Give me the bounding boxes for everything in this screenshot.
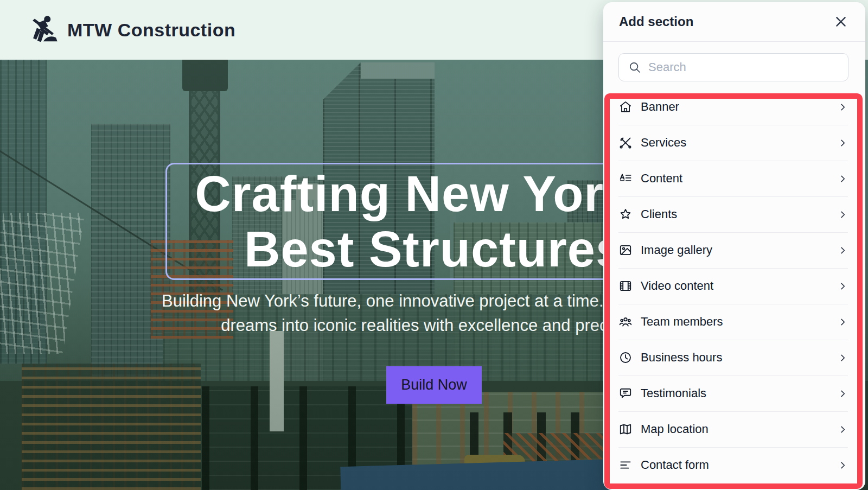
section-item-contact-form[interactable]: Contact form bbox=[603, 447, 865, 483]
section-item-image-gallery[interactable]: Image gallery bbox=[603, 232, 865, 268]
section-list: Banner Services Content Clients Image ga… bbox=[603, 89, 865, 483]
home-icon bbox=[618, 100, 633, 114]
chevron-right-icon bbox=[838, 281, 848, 291]
section-item-business-hours[interactable]: Business hours bbox=[603, 340, 865, 376]
tools-icon bbox=[618, 136, 633, 150]
section-item-clients[interactable]: Clients bbox=[603, 196, 865, 232]
section-item-label: Video content bbox=[641, 279, 838, 293]
section-item-video-content[interactable]: Video content bbox=[603, 268, 865, 304]
section-item-banner[interactable]: Banner bbox=[603, 89, 865, 125]
testimonial-bubble-icon bbox=[618, 386, 633, 400]
search-input[interactable] bbox=[648, 60, 840, 74]
add-section-panel: Add section Banner Services Content Clie… bbox=[603, 2, 865, 490]
section-item-services[interactable]: Services bbox=[603, 125, 865, 161]
image-icon bbox=[618, 243, 633, 257]
chevron-right-icon bbox=[838, 389, 848, 399]
section-item-label: Banner bbox=[641, 100, 838, 114]
section-item-label: Testimonials bbox=[641, 386, 838, 400]
chevron-right-icon bbox=[838, 353, 848, 363]
panel-title: Add section bbox=[619, 14, 693, 29]
letter-text-icon bbox=[618, 171, 633, 186]
chevron-right-icon bbox=[838, 317, 848, 327]
search-icon bbox=[628, 61, 641, 74]
page: MTW Construction Crafting New York’s Bes… bbox=[0, 0, 868, 490]
chevron-right-icon bbox=[838, 102, 848, 112]
close-icon bbox=[834, 22, 848, 30]
section-item-testimonials[interactable]: Testimonials bbox=[603, 376, 865, 411]
chevron-right-icon bbox=[838, 138, 848, 148]
map-icon bbox=[618, 422, 633, 436]
section-item-team-members[interactable]: Team members bbox=[603, 304, 865, 340]
chevron-right-icon bbox=[838, 424, 848, 435]
chevron-right-icon bbox=[838, 460, 848, 470]
star-icon bbox=[618, 207, 633, 221]
film-icon bbox=[618, 279, 633, 293]
form-lines-icon bbox=[618, 458, 633, 472]
section-item-label: Team members bbox=[641, 315, 838, 329]
search-box[interactable] bbox=[618, 53, 848, 81]
section-item-map-location[interactable]: Map location bbox=[603, 411, 865, 447]
chevron-right-icon bbox=[838, 209, 848, 220]
section-item-label: Clients bbox=[641, 207, 838, 221]
panel-header: Add section bbox=[603, 2, 865, 42]
brand-name: MTW Construction bbox=[67, 20, 235, 41]
construction-worker-icon bbox=[26, 13, 60, 47]
chevron-right-icon bbox=[838, 174, 848, 184]
section-item-label: Business hours bbox=[641, 351, 838, 365]
close-button[interactable] bbox=[833, 14, 849, 30]
chevron-right-icon bbox=[838, 245, 848, 256]
section-item-label: Content bbox=[641, 171, 838, 186]
section-item-content[interactable]: Content bbox=[603, 161, 865, 196]
clock-icon bbox=[618, 351, 633, 365]
section-item-label: Contact form bbox=[641, 458, 838, 472]
section-item-label: Map location bbox=[641, 422, 838, 436]
search-area bbox=[603, 42, 865, 89]
section-item-label: Image gallery bbox=[641, 243, 838, 257]
build-now-button[interactable]: Build Now bbox=[386, 366, 482, 404]
team-icon bbox=[618, 315, 633, 329]
section-item-label: Services bbox=[641, 136, 838, 150]
